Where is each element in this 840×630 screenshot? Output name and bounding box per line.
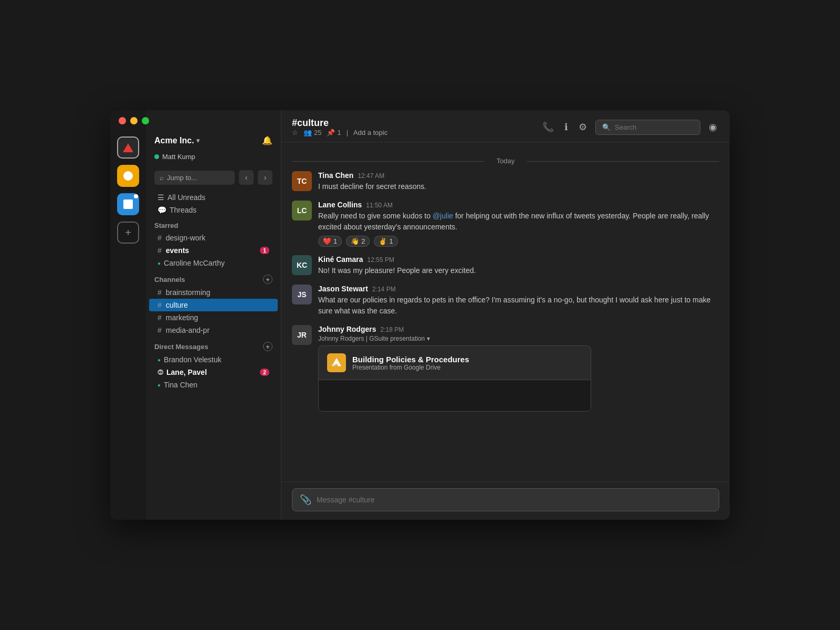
sidebar-item-tina-chen[interactable]: ● Tina Chen [149,379,278,391]
avatar: TC [292,171,312,191]
message-content: Lane Collins 11:50 AM Really need to giv… [318,201,719,247]
attachment-button[interactable]: 📎 [300,494,311,506]
sidebar-item-threads[interactable]: 💬 Threads [149,204,278,216]
table-row: KC Kiné Camara 12:55 PM No! It was my pl… [292,255,719,276]
message-header: Tina Chen 12:47 AM [318,171,719,180]
attachment-header: Building Policies & Procedures Presentat… [319,346,591,380]
online-dot-icon: ● [158,382,161,388]
avatar-initials: KC [292,255,312,275]
table-row: JR Johnny Rodgers 2:18 PM Johnny Rodgers… [292,325,719,412]
online-status-dot [154,154,159,159]
chevron-down-icon: ▾ [196,137,200,144]
app-icon-blue[interactable] [117,193,139,215]
reaction-heart[interactable]: ❤️ 1 [318,236,342,247]
sidebar-item-events[interactable]: # events 1 [149,244,278,257]
message-header: Jason Stewart 2:14 PM [318,285,719,293]
main-content: #culture ☆ 👥 25 📌 1 | Add a topic [281,110,730,520]
message-text: Really need to give some kudos to @julie… [318,211,719,233]
forward-button[interactable]: › [258,170,272,185]
reaction-peace[interactable]: ✌️ 1 [374,236,397,247]
avatar-initials: LC [292,201,312,220]
message-input[interactable] [317,496,711,504]
close-button[interactable] [119,117,126,124]
message-input-area: 📎 [281,481,730,520]
message-text: No! It was my pleasure! People are very … [318,265,719,276]
message-author: Lane Collins [318,201,362,209]
avatar: KC [292,255,312,275]
chevron-down-icon: ▾ [427,335,430,342]
sidebar: Acme Inc. ▾ 🔔 Matt Kump ⌕ Jump to... ‹ ›… [146,110,281,520]
titlebar [110,110,730,131]
message-text: I must decline for secret reasons. [318,181,719,192]
hash-icon: # [158,246,162,255]
notifications-bell-icon[interactable]: 🔔 [262,135,272,145]
add-workspace-button[interactable]: + [117,222,139,244]
add-dm-button[interactable]: + [263,342,272,351]
message-time: 2:14 PM [372,286,396,293]
sidebar-item-media-and-pr[interactable]: # media-and-pr [149,324,278,337]
sidebar-item-caroline[interactable]: ● Caroline McCarthy [149,257,278,269]
message-time: 12:47 AM [358,172,384,180]
message-header: Kiné Camara 12:55 PM [318,255,719,264]
sidebar-header: Acme Inc. ▾ 🔔 [146,131,281,152]
blue-square-icon [123,200,133,209]
attachment-info: Building Policies & Procedures Presentat… [352,355,469,371]
dm-section-label: Direct Messages + [146,337,281,353]
unread-indicator [134,194,138,198]
add-channel-button[interactable]: + [263,275,272,284]
workspace-logo [123,143,133,152]
lane-pavel-badge: 2 [260,369,269,376]
message-author: Jason Stewart [318,285,368,293]
messages-area[interactable]: Today TC Tina Chen 12:47 AM I must decli… [281,142,730,481]
app-bar: + [110,110,146,520]
yellow-circle-icon [123,171,133,181]
online-dot-icon: ● [158,260,161,266]
unreads-icon: ☰ [158,193,164,202]
workspace-name[interactable]: Acme Inc. ▾ [154,136,200,145]
message-author: Johnny Rodgers [318,325,376,333]
minimize-button[interactable] [130,117,138,124]
jump-to-button[interactable]: ⌕ Jump to... [154,171,235,185]
avatar: JS [292,285,312,304]
avatar-initials: TC [292,171,312,191]
user-status: Matt Kump [146,152,281,166]
date-divider: Today [292,157,719,165]
maximize-button[interactable] [142,117,149,124]
drive-icon [327,353,346,372]
app-icon-yellow[interactable] [117,165,139,187]
sidebar-item-all-unreads[interactable]: ☰ All Unreads [149,191,278,204]
sidebar-item-marketing[interactable]: # marketing [149,311,278,324]
avatar: LC [292,201,312,220]
events-badge: 1 [260,247,269,254]
avatar: JR [292,325,312,345]
sidebar-item-culture[interactable]: # culture [149,299,278,311]
message-text: What are our policies in regards to pets… [318,295,719,317]
table-row: TC Tina Chen 12:47 AM I must decline for… [292,171,719,192]
hash-icon: # [158,301,162,309]
sidebar-item-design-work[interactable]: # design-work [149,232,278,244]
channels-section-label: Channels + [146,269,281,286]
message-input-box: 📎 [292,488,719,511]
hash-icon: # [158,234,162,242]
message-content: Tina Chen 12:47 AM I must decline for se… [318,171,719,192]
mention[interactable]: @julie [433,212,453,220]
threads-icon: 💬 [158,206,166,214]
starred-section-label: Starred [146,216,281,232]
back-button[interactable]: ‹ [239,170,254,185]
attachment-card[interactable]: Building Policies & Procedures Presentat… [318,345,591,412]
message-time: 2:18 PM [380,326,404,333]
reaction-wave[interactable]: 👋 2 [346,236,370,247]
sidebar-item-brandon[interactable]: ● Brandon Velestuk [149,353,278,366]
unread-icon: ⓶ [158,369,163,375]
table-row: LC Lane Collins 11:50 AM Really need to … [292,201,719,247]
table-row: JS Jason Stewart 2:14 PM What are our po… [292,285,719,317]
message-header: Johnny Rodgers 2:18 PM [318,325,719,333]
attachment-label: Johnny Rodgers | GSuite presentation ▾ [318,335,719,342]
sidebar-item-lane-pavel[interactable]: ⓶ Lane, Pavel 2 [149,366,278,379]
workspace-icon[interactable] [117,136,139,159]
sidebar-item-brainstorming[interactable]: # brainstorming [149,286,278,299]
attachment-preview [319,380,591,411]
attachment-title: Building Policies & Procedures [352,355,469,364]
online-dot-icon: ● [158,357,161,363]
avatar-initials: JR [292,325,312,345]
